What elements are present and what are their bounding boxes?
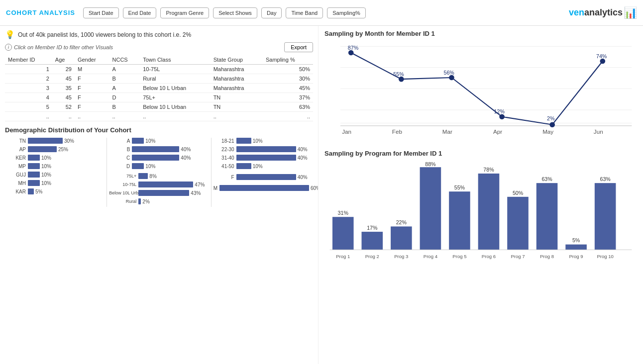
main-content: 💡 Out of 40k panelist Ids, 1000 viewers … [0,26,643,364]
demographic-title: Demographic Distribution of Your Cohort [5,126,313,134]
svg-text:87%: 87% [348,45,359,51]
svg-text:Prog 1: Prog 1 [336,254,350,259]
logo: venanalytics 📊 [569,6,637,19]
state-bar-row: KER 10% [5,155,105,161]
select-shows-button[interactable]: Select Shows [213,7,257,18]
point-jan [348,50,354,56]
bar [236,146,296,152]
svg-text:Prog 5: Prog 5 [452,254,466,259]
col-town-class: Town Class [140,55,210,65]
svg-text:Prog 4: Prog 4 [424,254,438,259]
svg-text:55%: 55% [393,71,404,77]
app-title: COHORT ANALYSIS [6,9,75,16]
bar-prog5 [449,191,470,250]
bar [236,138,251,144]
click-hint-label: Click on Member ID to filter other Visua… [14,44,113,50]
bar-label: B [109,147,130,152]
svg-text:88%: 88% [425,161,436,167]
table-cell: 2 [5,74,52,84]
bar-container: 43% [138,190,209,196]
sampling-button[interactable]: Sampling% [327,7,366,18]
state-bar-row: KAR 5% [5,188,105,194]
table-cell: .. [109,112,140,121]
bar-prog3 [391,226,412,250]
table-cell: 37% [263,93,313,102]
table-row[interactable]: 335FABelow 10 L UrbanMaharashtra45% [5,84,313,93]
bar [28,188,34,194]
bar [28,155,40,161]
bar-prog1 [332,217,354,250]
table-row[interactable]: 445FD75L+TN37% [5,93,313,102]
summary-text: Out of 40k panelist Ids, 1000 viewers be… [18,31,191,38]
bar-container: 60% [219,185,319,191]
bar-label: 10-75L [109,182,136,187]
bar-label: D [109,164,130,169]
line-chart-svg: 87% 55% 56% 12% 2% 74% Jan Feb Mar Apr M… [324,40,637,140]
point-may [549,122,555,127]
svg-text:Prog 3: Prog 3 [394,254,408,259]
svg-text:2%: 2% [547,115,555,121]
export-button[interactable]: Export [284,42,313,52]
bar-label: KAR [5,189,26,194]
gender-bar-row: M 60% [214,185,313,191]
table-cell: .. [140,112,210,121]
line-chart-area: 87% 55% 56% 12% 2% 74% Jan Feb Mar Apr M… [324,40,637,140]
bar-label: 75L+ [109,174,136,179]
table-row[interactable]: 129MA10-75LMaharashtra50% [5,65,313,74]
click-info-row: i Click on Member ID to filter other Vis… [5,42,313,52]
bar-label: TN [5,138,26,144]
start-date-button[interactable]: Start Date [83,7,119,18]
bar-container: 10% [132,138,209,144]
nccs-bar-row: D 10% [109,163,209,169]
bar-label: AP [5,147,26,152]
bar-label: KER [5,155,26,161]
table-cell: B [109,74,140,84]
bar-value: 40% [298,155,308,161]
town-bar-row: Rural 2% [109,198,209,204]
bar [219,185,309,191]
left-panel: 💡 Out of 40k panelist Ids, 1000 viewers … [0,26,319,364]
bar-label: C [109,155,130,161]
day-button[interactable]: Day [261,7,282,18]
logo-icon: 📊 [624,6,637,19]
col-nccs: NCCS [109,55,140,65]
svg-text:31%: 31% [338,210,349,216]
bar [28,146,57,152]
end-date-button[interactable]: End Date [123,7,157,18]
bar-container: 40% [236,155,313,161]
table-cell: Maharashtra [211,84,263,93]
bar-prog8 [536,183,558,250]
svg-text:Prog 10: Prog 10 [597,254,613,259]
svg-text:Jun: Jun [594,128,603,135]
bar-value: 5% [35,189,42,194]
svg-text:Apr: Apr [493,128,502,135]
bar-container: 10% [236,138,313,144]
table-cell: A [109,65,140,74]
svg-text:12%: 12% [494,108,505,114]
bar-container: 10% [28,172,105,178]
svg-text:56%: 56% [443,70,454,76]
state-bar-row: AP 25% [5,146,105,152]
program-genre-button[interactable]: Program Genre [160,7,209,18]
table-row[interactable]: 552FBBelow 10 L UrbanTN63% [5,102,313,112]
bar-label: A [109,138,130,144]
table-cell: 45% [263,84,313,93]
bar [132,138,144,144]
table-cell: TN [211,93,263,102]
bar-label: MP [5,164,26,169]
bar-value: 47% [195,182,205,187]
time-band-button[interactable]: Time Band [286,7,323,18]
table-row[interactable]: 245FBRuralMaharashtra30% [5,74,313,84]
table-row[interactable]: .............. [5,112,313,121]
bar-container: 40% [236,146,313,152]
bar-value: 40% [298,147,308,152]
table-cell: 3 [5,84,52,93]
age-bar-row: 31-40 40% [214,155,313,161]
svg-text:55%: 55% [454,184,465,190]
line-chart-title: Sampling by Month for Member ID 1 [324,30,637,37]
bar-chart-title: Sampling by Program for Member ID 1 [324,150,637,157]
svg-text:78%: 78% [483,167,494,173]
svg-text:Prog 7: Prog 7 [511,254,525,259]
bar-value: 10% [145,164,155,169]
state-bar-row: TN 30% [5,138,105,144]
